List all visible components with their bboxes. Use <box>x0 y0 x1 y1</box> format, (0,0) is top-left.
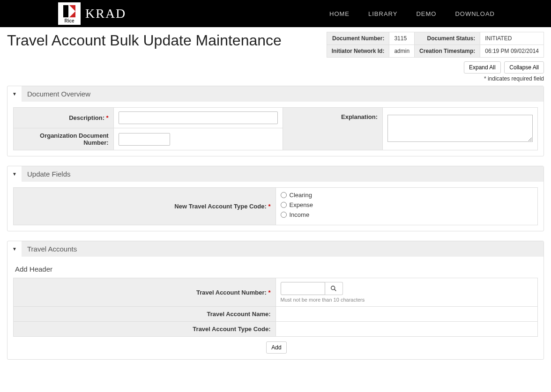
doc-number-label: Document Number: <box>327 32 389 45</box>
account-name-value <box>276 307 538 322</box>
explanation-label: Explanation: <box>341 113 378 120</box>
add-header-title: Add Header <box>15 265 538 273</box>
disclosure-toggle-update[interactable]: ▼ <box>7 171 22 177</box>
radio-clearing-label: Clearing <box>290 192 312 199</box>
logo-label: Rice <box>64 18 74 23</box>
nav-demo[interactable]: DEMO <box>416 10 436 17</box>
org-doc-number-input[interactable] <box>119 133 170 146</box>
svg-rect-0 <box>63 5 68 17</box>
account-type-label: Travel Account Type Code: <box>193 325 270 333</box>
brand-title: KRAD <box>85 6 126 21</box>
account-number-lookup-button[interactable] <box>325 282 343 295</box>
doc-status-label: Document Status: <box>415 32 480 45</box>
disclosure-toggle-overview[interactable]: ▼ <box>7 91 22 96</box>
section-update-fields: ▼ Update Fields New Travel Account Type … <box>7 166 544 231</box>
radio-income[interactable] <box>281 212 287 218</box>
doc-number-value: 3115 <box>389 32 415 45</box>
required-asterisk: * <box>268 289 270 296</box>
section-title-update: Update Fields <box>22 166 544 182</box>
required-field-note: * indicates required field <box>7 75 544 82</box>
top-navbar: Rice KRAD HOME LIBRARY DEMO DOWNLOAD <box>0 0 551 27</box>
collapse-all-button[interactable]: Collapse All <box>504 61 544 74</box>
radio-clearing[interactable] <box>281 192 287 198</box>
nav-download[interactable]: DOWNLOAD <box>455 10 495 17</box>
section-document-overview: ▼ Document Overview Description: * Expla… <box>7 86 544 156</box>
nav-library[interactable]: LIBRARY <box>368 10 397 17</box>
disclosure-toggle-accounts[interactable]: ▼ <box>7 246 22 251</box>
svg-point-1 <box>331 286 335 290</box>
account-name-label: Travel Account Name: <box>207 311 270 318</box>
page-title: Travel Account Bulk Update Maintenance <box>7 32 282 49</box>
account-number-input[interactable] <box>281 282 325 295</box>
doc-status-value: INITIATED <box>480 32 544 45</box>
org-doc-number-label: Organization Document Number: <box>40 132 109 146</box>
radio-income-label: Income <box>290 211 310 218</box>
initiator-label: Initiator Network Id: <box>327 45 389 58</box>
document-info-table: Document Number: 3115 Document Status: I… <box>327 32 544 58</box>
timestamp-value: 06:19 PM 09/02/2014 <box>480 45 544 58</box>
search-icon <box>330 285 337 292</box>
logo[interactable]: Rice <box>58 2 81 25</box>
svg-line-2 <box>335 289 336 291</box>
section-title-accounts: Travel Accounts <box>22 241 544 257</box>
radio-expense-label: Expense <box>290 201 313 208</box>
explanation-textarea[interactable] <box>387 115 533 142</box>
description-input[interactable] <box>119 111 278 124</box>
description-label: Description: <box>69 114 104 121</box>
radio-expense[interactable] <box>281 202 287 208</box>
type-code-label: New Travel Account Type Code: <box>174 203 267 210</box>
timestamp-label: Creation Timestamp: <box>415 45 480 58</box>
account-number-label: Travel Account Number: <box>196 289 267 296</box>
expand-all-button[interactable]: Expand All <box>464 61 501 74</box>
add-button[interactable]: Add <box>266 341 286 354</box>
required-asterisk: * <box>268 203 270 210</box>
nav-home[interactable]: HOME <box>329 10 350 17</box>
initiator-value: admin <box>389 45 415 58</box>
account-type-value <box>276 322 538 337</box>
section-title-overview: Document Overview <box>22 86 544 102</box>
account-number-hint: Must not be more than 10 characters <box>281 297 533 303</box>
top-nav: HOME LIBRARY DEMO DOWNLOAD <box>329 10 551 17</box>
rice-logo-icon <box>62 4 76 18</box>
required-asterisk: * <box>106 114 109 121</box>
section-travel-accounts: ▼ Travel Accounts Add Header Travel Acco… <box>7 241 544 360</box>
